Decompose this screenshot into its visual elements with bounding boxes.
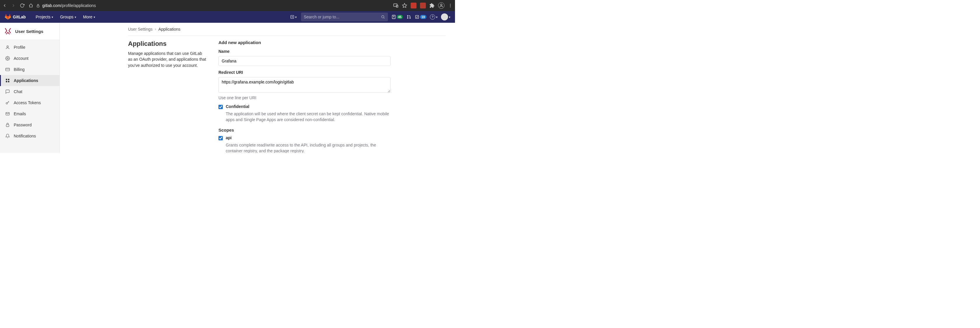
nav-projects[interactable]: Projects ▾ xyxy=(33,13,56,21)
sidebar-item-notifications[interactable]: Notifications xyxy=(0,131,59,142)
issues-icon xyxy=(391,14,396,19)
extension-icon[interactable] xyxy=(420,3,426,8)
merge-request-icon xyxy=(407,14,411,19)
breadcrumb: User Settings › Applications xyxy=(128,23,445,36)
breadcrumb-root[interactable]: User Settings xyxy=(128,27,153,32)
svg-rect-14 xyxy=(415,16,418,19)
svg-point-7 xyxy=(450,6,450,7)
todos-link[interactable]: 19 xyxy=(415,14,426,19)
url-host: gitlab.com xyxy=(42,3,61,8)
chevron-down-icon: ▾ xyxy=(436,16,438,19)
chevron-right-icon: › xyxy=(155,27,156,31)
global-search[interactable] xyxy=(301,13,388,21)
chevron-down-icon: ▾ xyxy=(94,16,95,19)
credit-card-icon xyxy=(5,67,10,72)
extension-icon[interactable] xyxy=(410,3,417,8)
sidebar-item-label: Access Tokens xyxy=(14,100,41,105)
svg-rect-20 xyxy=(6,81,7,82)
sidebar-item-label: Applications xyxy=(14,78,38,83)
url-path: /profile/applications xyxy=(61,3,96,8)
sidebar-item-password[interactable]: Password xyxy=(0,119,59,131)
redirect-uri-input[interactable] xyxy=(218,77,391,93)
home-icon[interactable] xyxy=(29,3,33,8)
avatar xyxy=(441,13,448,21)
extensions-puzzle-icon[interactable] xyxy=(430,3,434,8)
sidebar-item-profile[interactable]: Profile xyxy=(0,42,59,53)
user-settings-avatar-icon xyxy=(3,27,12,36)
svg-rect-17 xyxy=(6,68,10,71)
name-label: Name xyxy=(218,49,391,54)
help-button[interactable]: ? ▾ xyxy=(430,14,438,19)
svg-point-16 xyxy=(7,58,8,59)
browser-chrome: gitlab.com/profile/applications xyxy=(0,0,455,11)
sidebar-item-chat[interactable]: Chat xyxy=(0,86,59,97)
devices-icon[interactable] xyxy=(393,3,398,8)
nav-groups[interactable]: Groups ▾ xyxy=(58,13,78,21)
brand-text: GitLab xyxy=(13,14,25,19)
mail-icon xyxy=(5,111,10,116)
svg-point-13 xyxy=(409,18,410,19)
plus-icon xyxy=(290,15,294,19)
issues-count: 45 xyxy=(397,15,403,19)
search-icon xyxy=(381,15,385,19)
tanuki-icon xyxy=(5,14,11,20)
scope-api-label: api xyxy=(226,135,232,140)
sidebar-item-account[interactable]: Account xyxy=(0,53,59,64)
chevron-down-icon: ▾ xyxy=(52,16,53,19)
gear-icon xyxy=(5,56,10,61)
merge-requests-link[interactable] xyxy=(407,14,411,19)
svg-rect-0 xyxy=(37,5,40,7)
chevron-down-icon: ▾ xyxy=(449,16,450,19)
lock-icon xyxy=(5,122,10,127)
nav-more[interactable]: More ▾ xyxy=(81,13,97,21)
svg-point-4 xyxy=(441,4,442,6)
scopes-heading: Scopes xyxy=(218,127,391,132)
redirect-uri-label: Redirect URI xyxy=(218,70,391,75)
svg-point-22 xyxy=(6,102,8,104)
sidebar-item-label: Billing xyxy=(14,67,24,72)
sidebar-item-billing[interactable]: Billing xyxy=(0,64,59,75)
reload-icon[interactable] xyxy=(20,3,24,8)
svg-rect-18 xyxy=(6,79,7,80)
sidebar-item-access-tokens[interactable]: Access Tokens xyxy=(0,97,59,108)
back-icon[interactable] xyxy=(2,3,7,8)
main-content: User Settings › Applications Application… xyxy=(60,23,455,153)
star-icon[interactable] xyxy=(402,3,407,8)
lock-icon xyxy=(36,4,40,8)
form-section-title: Add new application xyxy=(218,40,391,45)
nav-item-label: Projects xyxy=(36,14,51,19)
issues-link[interactable]: 45 xyxy=(391,14,403,19)
create-new-button[interactable]: ▾ xyxy=(290,13,298,21)
sidebar-title: User Settings xyxy=(15,29,43,34)
confidential-description: The application will be used where the c… xyxy=(226,111,391,123)
search-input[interactable] xyxy=(304,14,379,19)
sidebar-item-emails[interactable]: Emails xyxy=(0,108,59,119)
nav-item-label: More xyxy=(83,14,92,19)
key-icon xyxy=(5,100,10,105)
name-input[interactable] xyxy=(218,56,391,66)
sidebar-header: User Settings xyxy=(0,23,59,40)
user-menu[interactable]: ▾ xyxy=(441,13,450,21)
address-bar[interactable]: gitlab.com/profile/applications xyxy=(36,3,390,8)
forward-icon[interactable] xyxy=(11,3,16,8)
svg-rect-21 xyxy=(8,81,10,82)
sidebar-item-label: Chat xyxy=(14,89,22,94)
confidential-label: Confidential xyxy=(226,104,250,109)
svg-marker-3 xyxy=(402,3,407,8)
gitlab-topnav: GitLab Projects ▾ Groups ▾ More ▾ ▾ 45 xyxy=(0,11,455,23)
svg-point-5 xyxy=(450,4,450,5)
svg-point-15 xyxy=(7,46,8,47)
scope-api-description: Grants complete read/write access to the… xyxy=(226,142,391,153)
svg-rect-24 xyxy=(6,124,9,127)
chat-icon xyxy=(5,89,10,94)
gitlab-logo[interactable]: GitLab xyxy=(5,14,25,20)
user-icon xyxy=(5,45,10,50)
kebab-menu-icon[interactable] xyxy=(448,3,453,8)
todos-icon xyxy=(415,14,419,19)
scope-api-checkbox[interactable] xyxy=(218,136,223,140)
confidential-checkbox[interactable] xyxy=(218,105,223,109)
chevron-down-icon: ▾ xyxy=(295,16,297,19)
profile-avatar-icon[interactable] xyxy=(438,2,444,9)
sidebar-item-label: Notifications xyxy=(14,134,36,139)
sidebar-item-applications[interactable]: Applications xyxy=(0,75,59,86)
